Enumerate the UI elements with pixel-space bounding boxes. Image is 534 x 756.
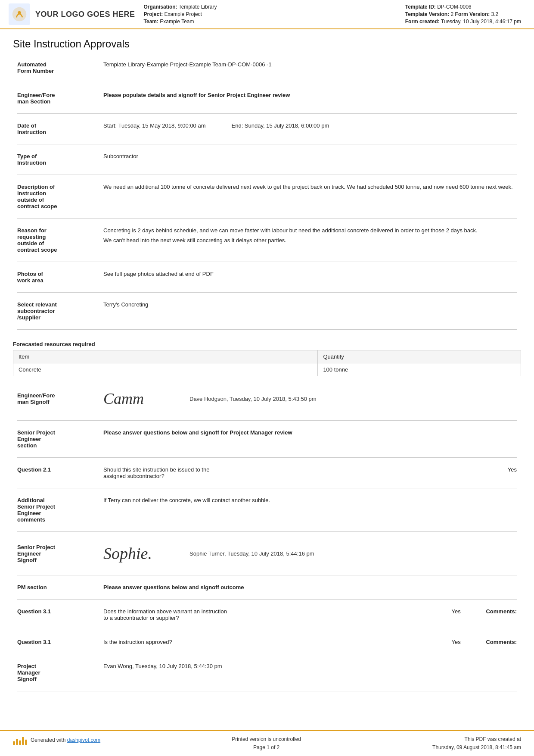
table-row: Select relevant subcontractor /supplier … [13,298,521,324]
table-row: Engineer/Fore man Section Please populat… [13,88,521,108]
table-row: Reason for requesting outside of contrac… [13,224,521,256]
page-title: Site Instruction Approvals [13,38,521,50]
q31b-content: Is the instruction approved? Yes Comment… [99,635,521,649]
engineer-signature: Camm [103,386,172,412]
q31a-comments: Comments: [486,608,517,615]
resources-col-item: Item [13,350,318,363]
header-meta: Organisation: Template Library Project: … [144,3,521,25]
table-row: Date of instruction Start: Tuesday, 15 M… [13,119,521,139]
q31b-comments: Comments: [486,639,517,645]
row-label: Reason for requesting outside of contrac… [13,224,99,256]
footer-right-line2: Thursday, 09 August 2018, 8:41:45 am [432,744,521,752]
footer-left: Generated with dashpivot.com [13,735,100,745]
senior-signoff-detail: Sophie Turner, Tuesday, 10 July 2018, 5:… [189,550,314,557]
row-value-date: Start: Tuesday, 15 May 2018, 9:00:00 am … [99,119,521,139]
row-label: Engineer/Fore man Section [13,88,99,108]
row-value: Subcontractor [99,150,521,169]
q31b-label: Question 3.1 [13,635,99,649]
form-created-row: Form created: Tuesday, 10 July 2018, 4:4… [405,19,521,25]
pm-label: PM section [13,581,99,594]
row-label: Photos of work area [13,267,99,287]
senior-signoff-content: Sophie. Sophie Turner, Tuesday, 10 July … [99,537,521,570]
engineer-signoff-label: Engineer/Fore man Signoff [13,382,99,415]
senior-signature: Sophie. [103,540,172,566]
content: Site Instruction Approvals Automated For… [0,29,534,730]
q31a-row: Question 3.1 Does the information above … [13,605,521,625]
footer-center-line1: Printed version is uncontrolled [232,735,301,744]
row-value: See full page photos attached at end of … [99,267,521,287]
resources-item: Concrete [13,363,318,376]
date-end: End: Sunday, 15 July 2018, 6:00:00 pm [232,122,329,129]
resources-data-row: Concrete 100 tonne [13,363,521,376]
footer-right-line1: This PDF was created at [432,735,521,744]
pm-instruction: Please answer questions below and signof… [99,581,521,594]
logo-area: YOUR LOGO GOES HERE [9,3,135,25]
pm-signoff-label: Project Manager Signoff [13,659,99,686]
engineer-signoff-content: Camm Dave Hodgson, Tuesday, 10 July 2018… [99,382,521,415]
org-row: Organisation: Template Library [144,4,217,10]
q31a-text: Does the information above warrant an in… [103,608,434,621]
resources-quantity: 100 tonne [318,363,521,376]
senior-engineer-instruction: Please answer questions below and signof… [99,426,521,452]
q21-text: Should this site instruction be issued t… [103,466,491,479]
engineer-signoff-detail: Dave Hodgson, Tuesday, 10 July 2018, 5:4… [189,396,317,402]
q21-row: Question 2.1 Should this site instructio… [13,463,521,483]
resources-table: Item Quantity Concrete 100 tonne [13,350,521,376]
q21-answer: Yes [508,466,517,479]
row-label: Automated Form Number [13,58,99,78]
resources-col-quantity: Quantity [318,350,521,363]
q31a-answer: Yes [451,608,469,615]
row-value: Concreting is 2 days behind schedule, an… [99,224,521,256]
logo-icon [9,3,30,25]
q21-label: Question 2.1 [13,463,99,483]
row-label: Description of instruction outside of co… [13,180,99,213]
pm-signoff-row: Project Manager Signoff Evan Wong, Tuesd… [13,659,521,686]
info-table: Automated Form Number Template Library-E… [13,58,521,335]
date-start: Start: Tuesday, 15 May 2018, 9:00:00 am [103,122,206,129]
resources-header-row: Item Quantity [13,350,521,363]
svg-point-1 [18,11,21,14]
logo-text: YOUR LOGO GOES HERE [35,10,135,19]
senior-engineer-row: Senior Project Engineer section Please a… [13,426,521,452]
additional-label: Additional Senior Project Engineer comme… [13,494,99,526]
additional-comments-row: Additional Senior Project Engineer comme… [13,494,521,526]
row-label: Date of instruction [13,119,99,139]
row-label: Select relevant subcontractor /supplier [13,298,99,324]
row-value: Template Library-Example Project-Example… [99,58,521,78]
template-id-row: Template ID: DP-COM-0006 [405,4,521,10]
table-row: Description of instruction outside of co… [13,180,521,213]
pm-section-row: PM section Please answer questions below… [13,581,521,594]
table-row: Type of Instruction Subcontractor [13,150,521,169]
table-row: Automated Form Number Template Library-E… [13,58,521,78]
page: YOUR LOGO GOES HERE Organisation: Templa… [0,0,534,756]
senior-engineer-label: Senior Project Engineer section [13,426,99,452]
row-value: Terry's Concreting [99,298,521,324]
footer-center-line2: Page 1 of 2 [232,744,301,752]
template-version-row: Template Version: 2 Form Version: 3.2 [405,11,521,17]
team-row: Team: Example Team [144,19,217,25]
project-row: Project: Example Project [144,11,217,17]
header: YOUR LOGO GOES HERE Organisation: Templa… [0,0,534,29]
q31b-answer: Yes [451,639,469,645]
q31b-row: Question 3.1 Is the instruction approved… [13,635,521,649]
table-row: Photos of work area See full page photos… [13,267,521,287]
resources-label: Forecasted resources required [13,341,521,347]
q31b-text: Is the instruction approved? [103,639,434,645]
row-value: We need an additional 100 tonne of concr… [99,180,521,213]
header-meta-left: Organisation: Template Library Project: … [144,4,217,25]
engineer-signoff-row: Engineer/Fore man Signoff Camm Dave Hodg… [13,382,521,415]
senior-signoff-label: Senior Project Engineer Signoff [13,537,99,570]
footer-link[interactable]: dashpivot.com [67,737,100,743]
footer: Generated with dashpivot.com Printed ver… [0,730,534,756]
footer-generated-text: Generated with dashpivot.com [31,737,100,743]
additional-text: If Terry can not deliver the concrete, w… [99,494,521,526]
q31a-content: Does the information above warrant an in… [99,605,521,625]
header-meta-right: Template ID: DP-COM-0006 Template Versio… [405,4,521,25]
row-label: Type of Instruction [13,150,99,169]
footer-bars-icon [13,735,27,745]
senior-signoff-row: Senior Project Engineer Signoff Sophie. … [13,537,521,570]
footer-right: This PDF was created at Thursday, 09 Aug… [432,735,521,752]
footer-center: Printed version is uncontrolled Page 1 o… [232,735,301,752]
pm-signoff-detail: Evan Wong, Tuesday, 10 July 2018, 5:44:3… [99,659,521,686]
q21-content: Should this site instruction be issued t… [99,463,521,483]
